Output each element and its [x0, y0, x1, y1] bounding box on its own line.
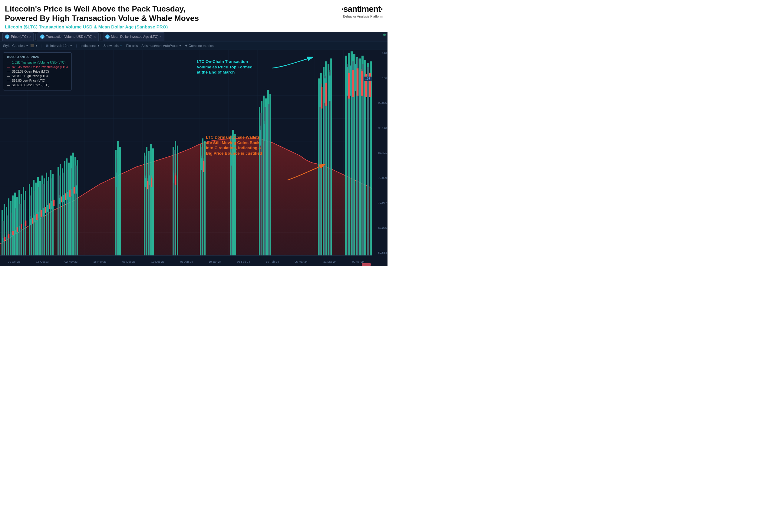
- svg-rect-172: [65, 194, 66, 200]
- svg-rect-168: [45, 207, 46, 213]
- x-label-8: 03 Feb 24: [237, 260, 250, 263]
- svg-rect-104: [51, 179, 52, 256]
- x-label-11: 21 Mar 24: [323, 260, 336, 263]
- x-label-12: 02 Apr 24: [352, 260, 364, 263]
- combine-metrics-label: Combine metrics: [189, 44, 214, 48]
- show-axis-label: Show axis: [103, 44, 119, 48]
- svg-rect-27: [16, 197, 18, 255]
- svg-rect-71: [259, 107, 260, 255]
- santiment-brand: ·santiment·: [341, 4, 382, 14]
- tooltip-dash-3: —: [7, 74, 10, 78]
- tooltip-value-1: 879.35 Mean Dollar Invested Age (LTC): [12, 65, 68, 69]
- pin-axis-control[interactable]: Pin axis: [126, 44, 138, 48]
- tooltip-dash-5: —: [7, 83, 10, 87]
- svg-rect-151: [264, 124, 265, 141]
- svg-rect-63: [175, 141, 176, 255]
- y-label-106: 106: [372, 76, 387, 80]
- svg-rect-152: [319, 84, 321, 107]
- close-price-tab[interactable]: ×: [29, 35, 31, 38]
- x-label-9: 19 Feb 24: [266, 260, 279, 263]
- svg-rect-182: [352, 70, 354, 97]
- tab-price-label: Price (LTC): [11, 35, 28, 38]
- ltc-icon-price: L: [5, 34, 9, 39]
- svg-rect-181: [348, 73, 350, 99]
- indicators-caret: ▼: [97, 44, 100, 47]
- svg-rect-156: [350, 66, 352, 96]
- y-label-93: 93.143: [372, 126, 387, 130]
- svg-rect-103: [47, 181, 48, 255]
- svg-rect-180: [325, 83, 327, 106]
- svg-rect-53: [77, 160, 78, 255]
- svg-rect-56: [119, 147, 121, 255]
- price-badge: 106: [363, 77, 372, 81]
- x-label-0: 02 Oct 23: [8, 260, 20, 263]
- interval-control[interactable]: ⊞ Interval: 12h ▼: [46, 44, 72, 48]
- svg-rect-100: [34, 191, 35, 255]
- svg-rect-61: [152, 149, 154, 256]
- combine-metrics-control[interactable]: + Combine metrics: [185, 43, 213, 48]
- svg-rect-126: [367, 67, 369, 255]
- tab-price[interactable]: L Price (LTC) ×: [2, 32, 34, 41]
- sub-title: Litecoin ($LTC) Transaction Volume USD &…: [5, 24, 334, 29]
- chart-controls: Style: Candles ▼ ⬛ ▼ | ⊞ Interval: 12h ▼…: [0, 41, 388, 50]
- tab-tx-volume[interactable]: L Transaction Volume USD (LTC) ×: [38, 32, 98, 41]
- svg-rect-51: [72, 153, 74, 256]
- x-label-4: 03 Dec 23: [122, 260, 135, 263]
- x-label-1: 18 Oct 23: [36, 260, 49, 263]
- svg-rect-23: [8, 199, 9, 256]
- close-tx-tab[interactable]: ×: [94, 35, 96, 38]
- svg-rect-154: [329, 76, 330, 101]
- svg-rect-108: [71, 169, 72, 256]
- interval-label: Interval: 12h: [50, 44, 69, 48]
- svg-rect-167: [41, 210, 42, 217]
- x-label-10: 05 Mar 24: [294, 260, 307, 263]
- page-header: Litecoin's Price is Well Above the Pack …: [0, 0, 388, 32]
- santiment-tagline: Behavior Analysis Platform: [343, 15, 382, 18]
- svg-rect-49: [68, 163, 70, 255]
- tooltip-row-2: — $102.32 Open Price (LTC): [7, 70, 68, 73]
- x-label-7: 19 Jan 24: [208, 260, 221, 263]
- tooltip-value-4: $99.80 Low Price (LTC): [12, 79, 45, 82]
- pin-axis-label: Pin axis: [126, 44, 138, 48]
- axismaxmin-caret: ▼: [179, 44, 182, 47]
- svg-rect-136: [43, 209, 44, 216]
- svg-rect-138: [51, 201, 52, 209]
- svg-rect-165: [32, 218, 33, 223]
- tooltip-row-1: — 879.35 Mean Dollar Invested Age (LTC): [7, 65, 68, 69]
- svg-rect-99: [30, 195, 31, 255]
- style-control[interactable]: Style: Candles ▼ ⬛ ▼: [3, 44, 38, 48]
- tab-divider-2: [100, 34, 101, 40]
- svg-rect-111: [145, 156, 146, 255]
- y-label-79: 79.899: [372, 176, 387, 179]
- svg-rect-135: [38, 212, 40, 218]
- show-axis-control[interactable]: Show axis ✓: [103, 44, 123, 48]
- svg-rect-130: [15, 230, 16, 234]
- svg-rect-107: [67, 170, 68, 255]
- svg-rect-106: [63, 173, 64, 255]
- axis-maxmin-control[interactable]: Axis max/min: Auto/Auto ▼: [141, 44, 181, 48]
- scrollbar-hint[interactable]: [362, 263, 371, 266]
- indicators-control[interactable]: Indicators: ▼: [80, 44, 100, 48]
- y-label-86: 86.421: [372, 151, 387, 154]
- main-title: Litecoin's Price is Well Above the Pack …: [5, 4, 334, 23]
- x-label-2: 02 Nov 23: [64, 260, 77, 263]
- svg-rect-155: [346, 67, 348, 96]
- y-label-99: 99.865: [372, 101, 387, 104]
- svg-rect-66: [202, 139, 203, 256]
- tooltip-row-3: — $108.15 High Price (LTC): [7, 74, 68, 78]
- close-mean-tab[interactable]: ×: [160, 35, 162, 38]
- x-label-6: 03 Jan 24: [180, 260, 193, 263]
- show-axis-check: ✓: [120, 44, 123, 48]
- svg-rect-169: [49, 204, 50, 209]
- svg-rect-131: [19, 226, 20, 232]
- svg-rect-58: [146, 147, 147, 255]
- svg-rect-41: [48, 177, 49, 255]
- tab-mean-label: Mean Dollar Invested Age (LTC): [111, 35, 158, 38]
- svg-rect-112: [149, 153, 150, 256]
- svg-rect-67: [204, 141, 205, 255]
- x-axis: 02 Oct 23 18 Oct 23 02 Nov 23 18 Nov 23 …: [0, 255, 372, 266]
- plus-icon: +: [185, 43, 187, 48]
- tab-mean-dollar[interactable]: L Mean Dollar Invested Age (LTC) ×: [103, 32, 164, 41]
- tab-divider-1: [35, 34, 36, 40]
- svg-rect-55: [117, 141, 119, 255]
